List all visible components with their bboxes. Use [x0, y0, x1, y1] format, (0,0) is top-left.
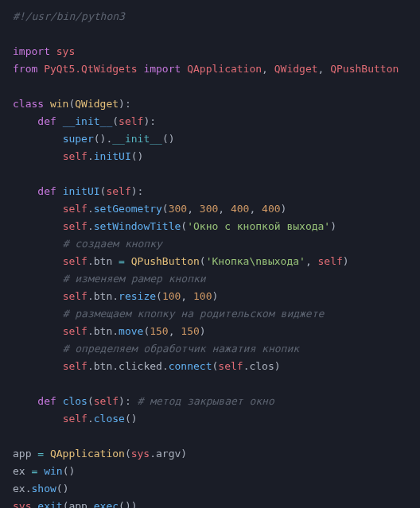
code-block: #!/usr/bin/python3 import sys from PyQt5…	[0, 0, 420, 508]
